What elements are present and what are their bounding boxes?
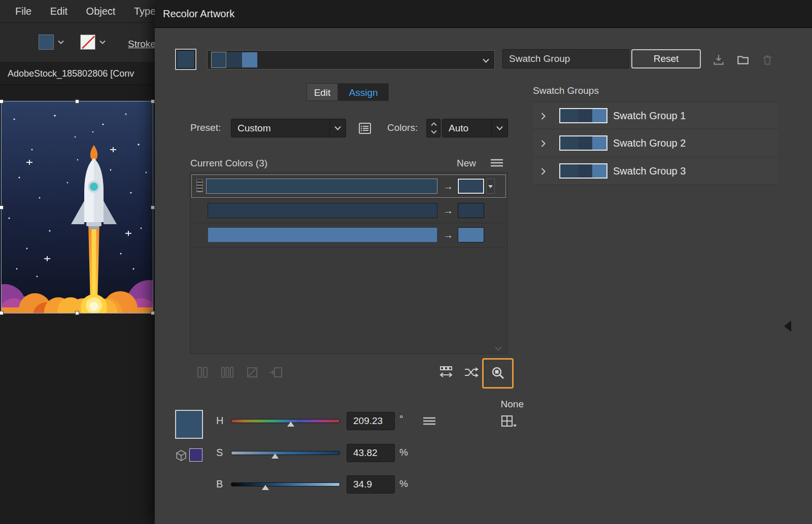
selected-color-preview-swatch[interactable] [175,410,203,439]
saturation-slider-handle[interactable] [272,453,279,459]
chevron-right-icon[interactable] [541,140,546,147]
tab-assign[interactable]: Assign [338,83,389,101]
swatch-groups-header: Swatch Groups [533,85,599,96]
chevron-right-icon[interactable] [541,168,546,175]
swatch-group-name-input[interactable] [502,49,629,68]
menu-object[interactable]: Object [86,0,116,23]
swatch-group-label: Swatch Group 2 [613,129,686,157]
swatch-group-row[interactable]: Swatch Group 3 [533,157,778,185]
menu-file[interactable]: File [15,0,31,23]
dialog-title: Recolor Artwork [163,0,234,28]
color-group-strip-dropdown[interactable] [207,50,495,69]
swatch-group-strip[interactable] [559,163,607,179]
fill-color-swatch[interactable] [39,34,54,50]
strip-color-2 [227,52,242,67]
current-colors-label: Current Colors (3) [190,158,267,169]
current-color-bar[interactable] [208,203,437,218]
colors-count-dropdown[interactable]: Auto [442,119,508,137]
hsb-menu-icon[interactable] [423,416,436,426]
current-color-bar[interactable] [206,179,437,194]
stroke-none-swatch[interactable] [80,34,95,50]
new-color-dropdown-icon[interactable] [486,179,495,194]
screen: File Edit Object Type Stroke AdobeStock_… [0,0,812,524]
brightness-unit: % [399,478,408,490]
current-color-row[interactable]: → [192,175,505,197]
current-color-row[interactable]: → [192,199,505,222]
selection-handle[interactable] [151,99,155,103]
drag-handle-icon[interactable] [196,179,203,192]
fill-chevron-down-icon[interactable] [58,40,64,44]
selection-handle[interactable] [151,205,155,209]
hue-slider[interactable] [231,419,340,423]
cube-3d-icon[interactable] [175,449,187,462]
out-of-gamut-swatch[interactable] [189,448,202,462]
current-colors-list: → → → [190,172,507,354]
group-color-3 [592,136,606,150]
hue-label: H [216,415,223,427]
group-color-2 [579,109,592,122]
selection-handle[interactable] [0,311,4,315]
swatch-group-label: Swatch Group 3 [613,157,686,185]
swatch-group-label: Swatch Group 1 [613,102,686,130]
colors-count-stepper[interactable] [426,119,441,137]
preset-value: Custom [238,119,270,137]
menu-edit[interactable]: Edit [50,0,67,23]
tab-edit[interactable]: Edit [307,83,338,101]
brightness-slider[interactable] [231,482,340,486]
dialog-title-bar[interactable]: Recolor Artwork [155,0,812,28]
selection-handle[interactable] [75,99,79,103]
hue-slider-handle[interactable] [287,422,294,427]
stroke-chevron-down-icon[interactable] [99,40,106,44]
swatch-group-row[interactable]: Swatch Group 1 [533,101,778,129]
reset-button[interactable]: Reset [631,49,701,68]
trash-icon[interactable] [758,51,776,69]
group-color-3 [592,164,606,178]
new-row-icon[interactable] [267,363,285,381]
merge-colors-icon[interactable] [193,363,212,381]
hue-value-field[interactable]: 209.23 [347,412,395,430]
folder-icon[interactable] [734,51,752,69]
preset-dropdown[interactable]: Custom [231,119,346,137]
new-color-swatch[interactable] [458,227,484,242]
swatch-group-row[interactable]: Swatch Group 2 [533,129,778,157]
selection-handle[interactable] [151,311,155,315]
swatch-group-strip[interactable] [559,108,607,123]
swatch-group-strip[interactable] [559,135,607,151]
exclude-colors-icon[interactable] [243,363,261,381]
brightness-value-field[interactable]: 34.9 [347,475,395,494]
separate-colors-icon[interactable] [218,363,236,381]
list-scroll-chevron-icon[interactable] [495,346,502,351]
current-color-row[interactable]: → [192,224,505,246]
distribute-colors-icon[interactable] [437,363,455,381]
limit-color-group-grid-icon[interactable] [498,413,520,431]
selection-handle[interactable] [75,311,79,315]
brightness-slider-handle[interactable] [262,485,269,490]
menu-type[interactable]: Type [134,0,156,23]
current-color-bar[interactable] [208,227,437,242]
save-swatch-group-icon[interactable] [709,51,728,69]
selection-handle[interactable] [0,205,4,209]
selection-handle[interactable] [0,99,4,103]
strip-color-3 [242,52,257,67]
randomize-colors-icon[interactable] [462,363,481,381]
new-color-swatch[interactable] [458,203,484,218]
saturation-value-field[interactable]: 43.82 [347,444,395,462]
new-column-label: New [457,158,476,169]
none-label: None [480,399,524,410]
list-menu-icon[interactable] [490,158,503,167]
color-reduction-options-icon[interactable] [355,120,375,137]
stroke-label[interactable]: Stroke [128,39,156,50]
document-tab[interactable]: AdobeStock_185802806 [Conv [8,62,134,85]
chevron-down-icon[interactable] [483,58,489,63]
artboard-rocket-artwork[interactable] [2,101,153,313]
colors-label: Colors: [387,122,418,133]
find-color-highlight-frame [482,358,514,389]
panel-collapse-arrow-icon[interactable] [784,321,791,332]
maps-to-arrow-icon: → [442,227,455,242]
saturation-slider[interactable] [231,451,340,455]
find-color-magnifier-icon[interactable] [489,364,507,382]
saturation-label: S [216,447,223,459]
new-color-swatch[interactable] [458,179,484,194]
base-color-swatch[interactable] [175,49,196,70]
chevron-right-icon[interactable] [541,113,546,120]
